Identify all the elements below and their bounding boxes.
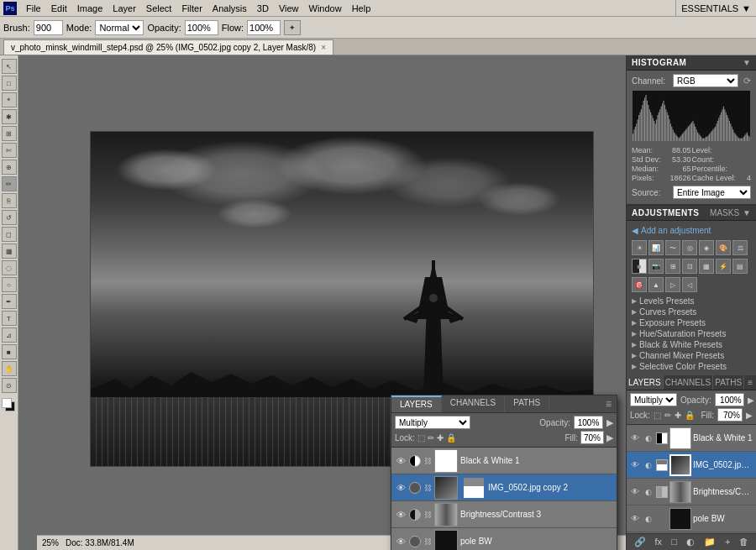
fl-layer-eye[interactable]: 👁 <box>395 537 407 547</box>
layer-mask-button[interactable]: □ <box>671 537 677 547</box>
adj-exposure-icon[interactable]: ◎ <box>682 240 697 255</box>
gradient-tool[interactable]: ▦ <box>2 244 17 259</box>
move-tool[interactable]: ↖ <box>2 59 17 74</box>
preset-exposure[interactable]: ▶ Exposure Presets <box>632 317 751 328</box>
fl-layer-item[interactable]: 👁 ⛓ Black & White 1 <box>391 448 617 474</box>
opacity-arrow[interactable]: ▶ <box>748 395 754 405</box>
preset-selcolor[interactable]: ▶ Selective Color Presets <box>632 361 751 372</box>
opacity-input[interactable] <box>715 393 744 406</box>
adjustments-masks-tab[interactable]: MASKS <box>710 208 739 217</box>
blur-tool[interactable]: ◌ <box>2 260 17 275</box>
fl-lock-all[interactable]: 🔒 <box>446 433 456 443</box>
layers-tab-paths[interactable]: PATHS <box>713 375 744 390</box>
adj-invert-icon[interactable]: ⊡ <box>682 259 697 274</box>
fl-layer-item[interactable]: 👁 ⛓ Brightness/Contrast 3 <box>391 501 617 528</box>
tab-close[interactable]: × <box>321 43 326 52</box>
menu-layer[interactable]: Layer <box>108 3 140 14</box>
dodge-tool[interactable]: ○ <box>2 277 17 292</box>
layer-item[interactable]: 👁 ◐ IMG_0502.jpg copy 2 <box>627 452 756 479</box>
brush-size-input[interactable] <box>34 20 63 35</box>
menu-view[interactable]: View <box>275 3 303 14</box>
layer-item[interactable]: 👁 ◐ Black & White 1 <box>627 425 756 452</box>
fl-layer-eye[interactable]: 👁 <box>395 456 407 466</box>
adj-brightness-icon[interactable]: ☀ <box>632 240 647 255</box>
fl-layer-eye[interactable]: 👁 <box>395 510 407 520</box>
menu-image[interactable]: Image <box>73 3 108 14</box>
layer-adjustment-button[interactable]: ◐ <box>686 537 695 547</box>
histogram-collapse[interactable]: ▼ <box>743 58 751 67</box>
layers-tab-layers[interactable]: LAYERS <box>627 375 664 390</box>
fl-layer-item[interactable]: 👁 ⛓ IMG_0502.jpg copy 2 <box>391 474 617 501</box>
shape-tool[interactable]: ■ <box>2 344 17 359</box>
fl-opacity-arrow[interactable]: ▶ <box>606 417 613 428</box>
quick-select-tool[interactable]: ✱ <box>2 109 17 124</box>
eraser-tool[interactable]: ◻ <box>2 227 17 242</box>
history-brush-tool[interactable]: ↺ <box>2 210 17 225</box>
adj-levels-icon[interactable]: 📊 <box>648 240 664 255</box>
adj-huesat-icon[interactable]: 🎨 <box>716 240 731 255</box>
layer-visibility-eye[interactable]: 👁 <box>629 486 641 498</box>
menu-file[interactable]: File <box>22 3 45 14</box>
layer-item[interactable]: 👁 ◐ Brightness/Contrast 3 <box>627 479 756 505</box>
adj-curves-icon[interactable]: 〜 <box>665 240 680 255</box>
menu-edit[interactable]: Edit <box>47 3 71 14</box>
lock-image-btn[interactable]: ✏ <box>664 411 671 420</box>
adj-photo-icon[interactable]: 📷 <box>648 259 664 274</box>
preset-huesat[interactable]: ▶ Hue/Saturation Presets <box>632 328 751 339</box>
fl-lock-transparent[interactable]: ⬚ <box>417 433 425 443</box>
document-tab[interactable]: v_photo_minsk_windmill_step4.psd @ 25% (… <box>3 39 333 55</box>
adj-custom3-icon[interactable]: ◁ <box>682 277 697 292</box>
hist-refresh[interactable]: ⟳ <box>743 76 751 86</box>
adj-poster-icon[interactable]: ▦ <box>699 259 714 274</box>
airbrush-toggle[interactable]: ✦ <box>284 20 301 35</box>
marquee-tool[interactable]: □ <box>2 76 17 91</box>
floating-layers-close[interactable]: ≡ <box>601 395 617 412</box>
adj-vibrance-icon[interactable]: ◈ <box>699 240 714 255</box>
preset-curves[interactable]: ▶ Curves Presets <box>632 306 751 317</box>
add-adjustment-link[interactable]: ◀ Add an adjustment <box>632 224 751 237</box>
adj-colorbal-icon[interactable]: ⚖ <box>732 240 748 255</box>
layer-new-button[interactable]: + <box>725 537 730 547</box>
opacity-input[interactable] <box>185 20 218 35</box>
essentials-button[interactable]: ESSENTIALS ▼ <box>675 0 756 17</box>
mode-select[interactable]: Normal <box>95 20 144 35</box>
layer-link-button[interactable]: 🔗 <box>634 537 646 547</box>
layer-visibility-eye[interactable]: 👁 <box>629 513 641 525</box>
pen-tool[interactable]: ✒ <box>2 294 17 309</box>
brush-tool[interactable]: ✏ <box>2 176 17 191</box>
fl-layer-item[interactable]: 👁 ⛓ pole BW <box>391 528 617 550</box>
path-select-tool[interactable]: ⊿ <box>2 327 17 343</box>
layer-visibility-eye[interactable]: 👁 <box>629 432 641 444</box>
fill-arrow[interactable]: ▶ <box>746 411 753 420</box>
fl-tab-channels[interactable]: CHANNELS <box>442 395 505 412</box>
fl-tab-layers[interactable]: LAYERS <box>391 395 442 412</box>
type-tool[interactable]: T <box>2 311 17 326</box>
fill-input[interactable] <box>717 408 743 422</box>
adj-selcolor-icon[interactable]: 🎯 <box>632 277 647 292</box>
lock-all-btn[interactable]: 🔒 <box>685 411 695 420</box>
eyedropper-tool[interactable]: ✄ <box>2 143 17 158</box>
layers-panel-menu[interactable]: ≡ <box>744 375 756 390</box>
adj-gradient-icon[interactable]: ▤ <box>732 259 748 274</box>
fl-blend-mode-select[interactable]: Multiply <box>395 416 470 429</box>
layer-folder-button[interactable]: 📁 <box>704 537 716 547</box>
source-select[interactable]: Entire Image <box>673 186 751 199</box>
layer-item[interactable]: 👁 ◐ Layer 2 <box>627 532 756 533</box>
adjustments-collapse[interactable]: ▼ <box>743 208 751 217</box>
menu-3d[interactable]: 3D <box>253 3 273 14</box>
layer-item[interactable]: 👁 ◐ pole BW <box>627 505 756 532</box>
menu-select[interactable]: Select <box>142 3 176 14</box>
fl-fill-input[interactable] <box>580 431 604 444</box>
clone-tool[interactable]: ⎘ <box>2 193 17 208</box>
menu-help[interactable]: Help <box>348 3 375 14</box>
fl-fill-arrow[interactable]: ▶ <box>606 432 613 443</box>
layer-fx-button[interactable]: fx <box>655 537 663 547</box>
hand-tool[interactable]: ✋ <box>2 361 17 376</box>
layers-tab-channels[interactable]: CHANNELS <box>664 375 713 390</box>
preset-levels[interactable]: ▶ Levels Presets <box>632 296 751 306</box>
heal-tool[interactable]: ⊕ <box>2 160 17 175</box>
adj-custom2-icon[interactable]: ▷ <box>665 277 680 292</box>
layer-visibility-eye[interactable]: 👁 <box>629 459 641 471</box>
preset-bw[interactable]: ▶ Black & White Presets <box>632 339 751 350</box>
lasso-tool[interactable]: ⌖ <box>2 92 17 107</box>
